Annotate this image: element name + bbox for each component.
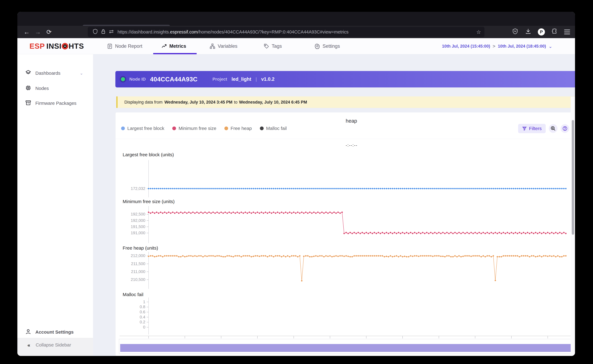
info-to: Wednesday, July 10, 2024 6:45 PM <box>239 100 307 105</box>
permissions-icon[interactable] <box>107 29 115 35</box>
y-tick-label: 192,500 <box>116 212 145 217</box>
date-to: 10th Jul, 2024 (18:45:00) <box>498 44 546 49</box>
browser-toolbar: ← → ⟳ https://dashboard.insights.espress… <box>17 26 575 38</box>
y-tick-label: 192,000 <box>116 218 145 223</box>
metrics-icon <box>161 43 167 49</box>
reload-button[interactable]: ⟳ <box>43 28 55 35</box>
time-brush-selection[interactable] <box>120 344 575 352</box>
sidebar-item-nodes[interactable]: Nodes <box>17 83 93 94</box>
app-header: ESPINSIHTS Node Report Metrics Variables… <box>17 38 575 54</box>
collapse-sidebar-button[interactable]: « Collapse Sidebar <box>17 338 93 356</box>
node-id-value: 404CCA44A93C <box>150 76 198 83</box>
toolbar-icons: P <box>512 26 570 38</box>
y-tick-label: 1 <box>116 299 145 304</box>
main-content: Node ID 404CCA44A93C Project led_light |… <box>93 54 575 356</box>
tab-node-report[interactable]: Node Report <box>107 38 142 54</box>
y-tick-label: 0.4 <box>116 315 145 319</box>
y-tick-label: 211,500 <box>116 261 145 266</box>
node-id-label: Node ID <box>129 77 146 82</box>
menu-hamburger-icon[interactable] <box>564 30 570 34</box>
time-brush-track[interactable] <box>119 339 575 354</box>
report-icon <box>107 43 113 49</box>
sidebar-item-firmware-packages[interactable]: Firmware Packages <box>17 98 93 109</box>
project-name: led_light <box>232 76 251 82</box>
metrics-charts[interactable] <box>116 112 575 356</box>
date-from: 10th Jul, 2024 (15:45:00) <box>442 44 490 49</box>
node-banner: Node ID 404CCA44A93C Project led_light |… <box>115 71 575 87</box>
collapse-chevrons-icon: « <box>26 342 32 348</box>
date-range-info-banner: Displaying data from Wednesday, July 10,… <box>116 97 575 108</box>
bookmark-star-icon[interactable]: ☆ <box>476 29 481 35</box>
sidebar-item-account-settings[interactable]: Account Settings <box>17 326 93 338</box>
y-tick-label: 210,500 <box>116 277 145 282</box>
forward-button[interactable]: → <box>32 28 43 35</box>
back-button[interactable]: ← <box>21 28 32 35</box>
y-tick-label: 0.2 <box>116 320 145 325</box>
profile-avatar[interactable]: P <box>538 28 545 35</box>
tag-icon <box>264 43 269 49</box>
sidebar-item-dashboards[interactable]: Dashboards ⌄ <box>17 68 93 79</box>
y-tick-label: 191,500 <box>116 224 145 229</box>
tracking-protection-shield-icon[interactable] <box>91 29 99 35</box>
layers-icon <box>25 70 32 77</box>
range-arrow-icon: > <box>493 44 495 49</box>
page-scrollbar-thumb[interactable] <box>572 120 574 235</box>
gear-icon <box>314 43 320 49</box>
page-scrollbar-track[interactable] <box>571 97 575 356</box>
y-tick-label: 211,000 <box>116 269 145 274</box>
desktop: ESP Insights Dashboard ✕ + ⌄ ← → ⟳ ht <box>0 0 593 364</box>
url-text: https://dashboard.insights.espressif.com… <box>117 29 475 35</box>
chip-icon <box>25 85 32 92</box>
info-from: Wednesday, July 10, 2024 3:45 PM <box>164 100 232 105</box>
metrics-card: heap Largest free block Minimum free siz… <box>115 112 575 356</box>
pocket-shield-icon[interactable] <box>512 28 519 35</box>
tab-variables[interactable]: Variables <box>210 38 237 54</box>
lock-icon[interactable] <box>99 29 107 35</box>
tab-settings[interactable]: Settings <box>314 38 340 54</box>
esp-insights-logo[interactable]: ESPINSIHTS <box>29 42 84 50</box>
chevron-down-icon: ⌄ <box>548 44 552 49</box>
logo-target-icon <box>62 43 68 49</box>
chevron-down-icon: ⌄ <box>80 71 83 76</box>
sidebar: Dashboards ⌄ Nodes Firmware Packages A <box>17 54 93 356</box>
url-bar[interactable]: https://dashboard.insights.espressif.com… <box>88 27 484 37</box>
browser-window: ESP Insights Dashboard ✕ + ⌄ ← → ⟳ ht <box>17 12 575 356</box>
y-tick-label: 0.8 <box>116 305 145 309</box>
firmware-version: v1.0.2 <box>261 76 274 82</box>
variables-icon <box>210 43 215 49</box>
y-tick-label: 172,032 <box>116 186 145 191</box>
y-tick-label: 212,000 <box>116 253 145 258</box>
y-tick-label: 191,000 <box>116 231 145 235</box>
y-tick-label: 0 <box>116 325 145 330</box>
archive-box-icon <box>25 100 32 107</box>
y-tick-label: 0.6 <box>116 310 145 314</box>
extensions-puzzle-icon[interactable] <box>551 28 558 35</box>
downloads-icon[interactable] <box>525 28 532 35</box>
node-online-status-dot <box>121 77 125 81</box>
active-tab-underline <box>153 53 197 54</box>
project-label: Project <box>212 77 227 82</box>
date-range-picker[interactable]: 10th Jul, 2024 (15:45:00) > 10th Jul, 20… <box>442 38 552 54</box>
person-icon <box>25 329 32 336</box>
browser-tab-bar: ESP Insights Dashboard ✕ + ⌄ <box>17 12 575 26</box>
tab-metrics[interactable]: Metrics <box>161 38 186 54</box>
tab-tags[interactable]: Tags <box>264 38 282 54</box>
